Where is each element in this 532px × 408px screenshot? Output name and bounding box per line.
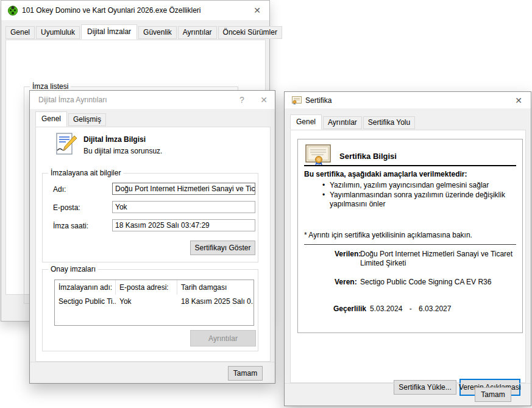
view-certificate-button[interactable]: Sertifikayı Göster: [190, 241, 255, 255]
bullet-icon: •: [322, 181, 330, 190]
tab-genel[interactable]: Genel: [5, 26, 35, 39]
issued-by-value: Sectigo Public Code Signing CA EV R36: [360, 278, 514, 287]
list-item: • Yayımlanmasından sonra yazılımın üzeri…: [322, 191, 505, 209]
tab-ayrintilar[interactable]: Ayrıntılar: [323, 116, 362, 129]
column-header-timestamp[interactable]: Tarih damgası: [177, 280, 254, 295]
signing-time-field[interactable]: 18 Kasım 2025 Salı 03:47:29: [112, 219, 255, 231]
close-icon[interactable]: ✕: [245, 1, 269, 20]
valid-to: 6.03.2027: [419, 304, 451, 313]
purpose-list: • Yazılımın, yazılım yayıncısından gelme…: [322, 181, 505, 209]
signature-details-titlebar: Dijital İmza Ayrıntıları ? ✕: [30, 91, 275, 109]
purpose-text: Yayımlanmasından sonra yazılımın üzerind…: [330, 191, 505, 209]
tab-uyumluluk[interactable]: Uyumluluk: [36, 26, 80, 39]
ca-statement-footnote: * Ayrıntı için sertifika yetkilisinin aç…: [304, 231, 472, 239]
signature-status-text: Bu dijital imza sorunsuz.: [83, 147, 162, 155]
tab-onceki-surumler[interactable]: Önceki Sürümler: [218, 26, 282, 39]
countersigner-timestamp-cell: 18 Kasım 2025 Salı 0...: [177, 295, 254, 308]
column-header-signer[interactable]: İmzalayanın adı:: [55, 280, 116, 295]
name-label: Adı:: [53, 185, 66, 194]
table-row[interactable]: Sectigo Public Ti... Yok 18 Kasım 2025 S…: [55, 295, 254, 308]
signature-details-tabstrip: Genel Gelişmiş: [35, 111, 107, 126]
certificate-icon: [292, 96, 302, 105]
certificate-info-panel: Sertifika Bilgisi Bu sertifika, aşağıdak…: [297, 139, 523, 333]
certificate-titlebar: Sertifika ✕: [285, 92, 531, 108]
countersigner-email-cell: Yok: [116, 295, 177, 308]
heading-divider: [304, 165, 516, 166]
valid-from: 5.03.2024: [370, 304, 402, 313]
properties-window-title: 101 Okey Domino ve Kart Oyunlari 2026.ex…: [22, 6, 200, 15]
tab-genel[interactable]: Genel: [290, 114, 322, 130]
validity-value: 5.03.2024 - 6.03.2027: [370, 304, 523, 314]
footer-divider: [285, 383, 531, 384]
certificate-window-title: Sertifika: [305, 96, 332, 105]
email-field[interactable]: Yok: [112, 201, 255, 213]
email-label: E-posta:: [53, 203, 80, 212]
purpose-text: Yazılımın, yazılım yayıncısından gelmesi…: [330, 181, 489, 190]
properties-titlebar: 101 Okey Domino ve Kart Oyunlari 2026.ex…: [1, 1, 269, 20]
certificate-info-heading: Sertifika Bilgisi: [339, 152, 397, 161]
close-icon[interactable]: ✕: [506, 92, 531, 108]
certificate-tabstrip: Genel Ayrıntılar Sertifika Yolu: [290, 114, 416, 129]
fields-divider: [304, 244, 516, 245]
countersignatures-group-label: Onay imzaları: [48, 265, 98, 273]
signing-time-label: İmza saati:: [53, 222, 88, 230]
signature-list-group-label: İmza listesi: [30, 82, 71, 91]
signer-info-group-label: İmzalayana ait bilgiler: [48, 169, 123, 177]
signature-details-dialog: Dijital İmza Ayrıntıları ? ✕ Genel Geliş…: [29, 90, 275, 384]
install-certificate-button[interactable]: Sertifika Yükle...: [394, 380, 456, 395]
purpose-title: Bu sertifika, aşağıdaki amaçlarla verilm…: [304, 170, 467, 178]
issued-to-label: Verilen:: [335, 250, 361, 258]
name-field[interactable]: Doğu Port Internet Hizmetleri Sanayi ve …: [112, 183, 255, 195]
signature-details-title: Dijital İmza Ayrıntıları: [38, 96, 107, 104]
countersignatures-table: İmzalayanın adı: E-posta adresi: Tarih d…: [54, 280, 254, 326]
properties-tabstrip: Genel Uyumluluk Dijital İmzalar Güvenlik…: [5, 24, 283, 39]
footer-divider: [30, 362, 275, 362]
tab-guvenlik[interactable]: Güvenlik: [138, 26, 177, 39]
close-icon[interactable]: ✕: [253, 91, 275, 109]
details-button[interactable]: Ayrıntılar: [190, 330, 256, 346]
issued-to-value: Doğu Port Internet Hizmetleri Sanayi ve …: [360, 250, 514, 268]
validity-label: Geçerlilik: [333, 304, 366, 313]
exe-app-icon: [7, 5, 18, 16]
tab-sertifika-yolu[interactable]: Sertifika Yolu: [363, 116, 415, 129]
help-icon[interactable]: ?: [231, 91, 253, 109]
tab-gelismis[interactable]: Gelişmiş: [68, 113, 106, 126]
tab-dijital-imzalar[interactable]: Dijital İmzalar: [81, 24, 137, 40]
countersigner-name-cell: Sectigo Public Ti...: [55, 295, 116, 308]
list-item: • Yazılımın, yazılım yayıncısından gelme…: [322, 181, 505, 190]
tab-genel[interactable]: Genel: [35, 111, 67, 127]
certificate-dialog: Sertifika ✕ Genel Ayrıntılar Sertifika Y…: [284, 91, 531, 406]
signature-details-page: Dijital İmza Bilgisi Bu dijital imza sor…: [35, 127, 271, 362]
issued-by-label: Veren:: [335, 278, 357, 286]
certificate-page: Sertifika Bilgisi Bu sertifika, aşağıdak…: [290, 130, 526, 383]
certificate-large-icon: [305, 144, 331, 166]
bullet-icon: •: [322, 191, 330, 209]
tab-ayrintilar[interactable]: Ayrıntılar: [178, 26, 217, 39]
countersignatures-header: İmzalayanın adı: E-posta adresi: Tarih d…: [55, 280, 254, 295]
valid-dash: -: [410, 304, 412, 313]
ok-button[interactable]: Tamam: [475, 387, 511, 402]
signature-info-heading: Dijital İmza Bilgisi: [83, 135, 146, 144]
ok-button[interactable]: Tamam: [228, 366, 263, 381]
signature-document-icon: [54, 132, 78, 157]
column-header-email[interactable]: E-posta adresi:: [116, 280, 177, 295]
